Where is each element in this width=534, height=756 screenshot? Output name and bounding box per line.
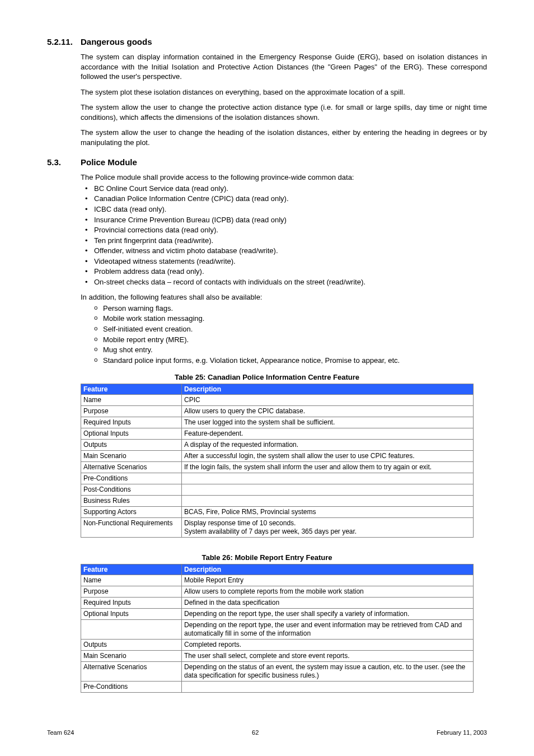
table-cell: Main Scenario (81, 451, 182, 462)
list-item: On-street checks data – record of contac… (81, 277, 487, 287)
table-cell: If the login fails, the system shall inf… (182, 462, 474, 473)
table-cell: Business Rules (81, 496, 182, 507)
table-cell (81, 620, 182, 640)
table-header: Feature (81, 564, 182, 575)
table-header: Description (182, 384, 474, 395)
table-cell: Pre-Conditions (81, 473, 182, 484)
table-cell (182, 496, 474, 507)
table-row: Depending on the report type, the user a… (81, 620, 474, 640)
table-cell: Supporting Actors (81, 507, 182, 518)
section-paragraph: The Police module shall provide access t… (81, 172, 487, 183)
table-cell: Feature-dependent. (182, 428, 474, 440)
table-cell: Alternative Scenarios (81, 462, 182, 473)
section-paragraph: The system allow the user to change the … (81, 102, 487, 122)
table-row: Supporting ActorsBCAS, Fire, Police RMS,… (81, 507, 474, 518)
table-row: Optional InputsDepending on the report t… (81, 609, 474, 620)
table-cell: Name (81, 395, 182, 406)
table-cell: After a successful login, the system sha… (182, 451, 474, 462)
footer-page-number: 62 (252, 729, 259, 736)
section-number: 5.2.11. (47, 37, 81, 46)
table-row: OutputsA display of the requested inform… (81, 440, 474, 451)
table-cell: Defined in the data specification (182, 598, 474, 609)
table-header: Description (182, 564, 474, 575)
table-cell: Optional Inputs (81, 428, 182, 440)
table-cell (182, 484, 474, 496)
list-item: Insurance Crime Prevention Bureau (ICPB)… (81, 215, 487, 225)
table-25: Feature Description NameCPIC PurposeAllo… (81, 384, 474, 538)
bullet-list: BC Online Court Service data (read only)… (81, 184, 487, 287)
table-cell: Depending on the status of an event, the… (182, 662, 474, 682)
table-cell: Required Inputs (81, 598, 182, 609)
table-row: Pre-Conditions (81, 682, 474, 693)
table-cell (182, 473, 474, 484)
table-row: Alternative ScenariosIf the login fails,… (81, 462, 474, 473)
table-cell: BCAS, Fire, Police RMS, Provincial syste… (182, 507, 474, 518)
table-row: Pre-Conditions (81, 473, 474, 484)
list-item: Provincial corrections data (read only). (81, 225, 487, 235)
list-item: Mug shot entry. (81, 345, 487, 355)
table-row: PurposeAllow users to complete reports f… (81, 586, 474, 598)
table-row: Optional InputsFeature-dependent. (81, 428, 474, 440)
list-item: Offender, witness and victim photo datab… (81, 246, 487, 256)
table-row: Required InputsDefined in the data speci… (81, 598, 474, 609)
table-cell: Allow users to query the CPIC database. (182, 406, 474, 417)
table-header-row: Feature Description (81, 384, 474, 395)
table-cell: Optional Inputs (81, 609, 182, 620)
table-cell: Purpose (81, 586, 182, 598)
section-title: Dangerous goods (81, 37, 152, 46)
section-paragraph: In addition, the following features shal… (81, 292, 487, 302)
section-number: 5.3. (47, 157, 81, 167)
table-cell: Outputs (81, 440, 182, 451)
list-item: Ten print fingerprint data (read/write). (81, 236, 487, 246)
table-cell: Allow users to complete reports from the… (182, 586, 474, 598)
section-paragraph: The system plot these isolation distance… (81, 87, 487, 97)
table-row: Business Rules (81, 496, 474, 507)
table-cell: Depending on the report type, the user a… (182, 620, 474, 640)
list-item: Canadian Police Information Centre (CPIC… (81, 194, 487, 204)
list-item: ICBC data (read only). (81, 204, 487, 214)
table-caption-25: Table 25: Canadian Police Information Ce… (47, 373, 487, 381)
page-footer: Team 624 62 February 11, 2003 (47, 729, 487, 736)
footer-date: February 11, 2003 (437, 729, 487, 736)
section-paragraph: The system can display information conta… (81, 52, 487, 82)
table-row: Main ScenarioThe user shall select, comp… (81, 651, 474, 662)
table-cell: The user logged into the system shall be… (182, 417, 474, 428)
list-item: Mobile report entry (MRE). (81, 335, 487, 345)
list-item: Problem address data (read only). (81, 267, 487, 277)
table-cell: Main Scenario (81, 651, 182, 662)
table-header-row: Feature Description (81, 564, 474, 575)
list-item: BC Online Court Service data (read only)… (81, 184, 487, 194)
list-item: Self-initiated event creation. (81, 324, 487, 334)
table-cell: The user shall select, complete and stor… (182, 651, 474, 662)
table-cell: Completed reports. (182, 640, 474, 651)
table-row: Main ScenarioAfter a successful login, t… (81, 451, 474, 462)
table-caption-26: Table 26: Mobile Report Entry Feature (47, 553, 487, 562)
table-row: PurposeAllow users to query the CPIC dat… (81, 406, 474, 417)
table-cell: Alternative Scenarios (81, 662, 182, 682)
table-26: Feature Description NameMobile Report En… (81, 564, 474, 693)
table-cell: Non-Functional Requirements (81, 518, 182, 538)
table-cell: Required Inputs (81, 417, 182, 428)
table-header: Feature (81, 384, 182, 395)
list-item: Standard police input forms, e.g. Violat… (81, 356, 487, 366)
footer-left: Team 624 (47, 729, 74, 736)
table-row: NameCPIC (81, 395, 474, 406)
table-cell: Outputs (81, 640, 182, 651)
table-cell: Mobile Report Entry (182, 575, 474, 586)
table-cell: CPIC (182, 395, 474, 406)
list-item: Person warning flags. (81, 304, 487, 314)
sub-bullet-list: Person warning flags. Mobile work statio… (81, 304, 487, 365)
table-cell: A display of the requested information. (182, 440, 474, 451)
list-item: Mobile work station messaging. (81, 314, 487, 324)
section-title: Police Module (81, 157, 137, 167)
table-row: NameMobile Report Entry (81, 575, 474, 586)
section-heading-5-3: 5.3. Police Module (47, 157, 487, 167)
list-item: Videotaped witness statements (read/writ… (81, 256, 487, 267)
table-row: Alternative ScenariosDepending on the st… (81, 662, 474, 682)
table-cell: Post-Conditions (81, 484, 182, 496)
table-cell: Purpose (81, 406, 182, 417)
table-cell: Pre-Conditions (81, 682, 182, 693)
table-cell: Name (81, 575, 182, 586)
table-cell (182, 682, 474, 693)
section-heading-5-2-11: 5.2.11. Dangerous goods (47, 37, 487, 46)
